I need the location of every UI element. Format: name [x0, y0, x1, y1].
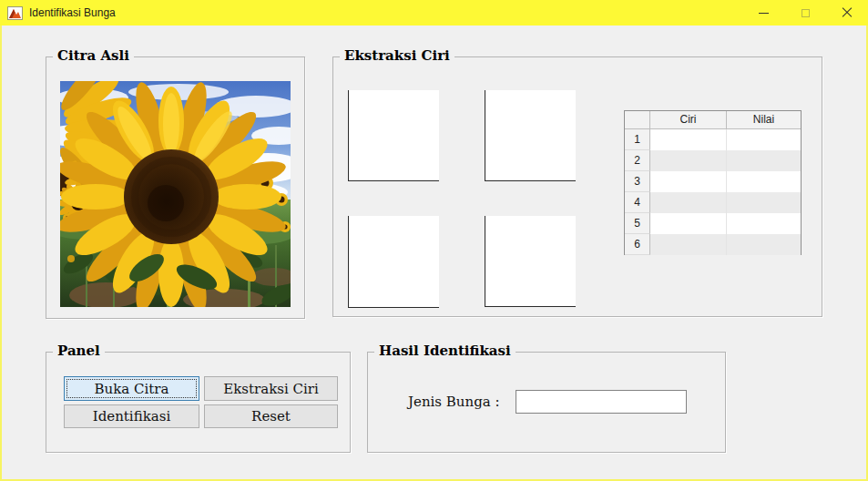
- figure-background: Citra Asli: [2, 26, 866, 479]
- matlab-logo-icon: [7, 6, 23, 20]
- close-button[interactable]: [826, 0, 868, 26]
- table-header-row: Ciri Nilai: [625, 111, 801, 129]
- buka-citra-button[interactable]: Buka Citra: [64, 376, 199, 401]
- table-row: 1: [625, 129, 801, 150]
- feature-axes-1: [348, 90, 439, 181]
- table-row: 2: [625, 150, 801, 171]
- table-row: 3: [625, 171, 801, 192]
- jenis-bunga-field[interactable]: [516, 390, 687, 414]
- row-number: 6: [625, 234, 650, 255]
- cell-nilai: [727, 150, 801, 171]
- cell-ciri: [650, 150, 727, 171]
- ekstraksi-ciri-button[interactable]: Ekstraksi Ciri: [204, 376, 338, 401]
- minimize-button[interactable]: [742, 0, 784, 26]
- close-icon: [842, 7, 853, 18]
- minimize-icon: [759, 13, 769, 14]
- table-header-ciri: Ciri: [650, 111, 727, 128]
- panel-buttons: Panel Buka Citra Ekstraksi Ciri Identifi…: [46, 352, 351, 453]
- table-header-nilai: Nilai: [727, 111, 801, 128]
- row-number: 1: [625, 129, 650, 150]
- table-row: 5: [625, 213, 801, 234]
- cell-nilai: [727, 234, 801, 255]
- sunflower-photo: [60, 81, 291, 307]
- feature-axes-4: [485, 216, 576, 307]
- cell-ciri: [650, 234, 727, 255]
- row-number: 4: [625, 192, 650, 213]
- panel-hasil-title: Hasil Identifikasi: [374, 343, 516, 359]
- table-row: 4: [625, 192, 801, 213]
- reset-button[interactable]: Reset: [204, 404, 338, 428]
- table-row: 6: [625, 234, 801, 255]
- cell-ciri: [650, 213, 727, 234]
- app-window: Identifikasi Bunga Citra Asli: [0, 0, 868, 481]
- feature-axes-2: [485, 90, 576, 181]
- titlebar[interactable]: Identifikasi Bunga: [0, 0, 868, 26]
- maximize-button: [784, 0, 826, 26]
- cell-nilai: [727, 129, 801, 150]
- maximize-icon: [802, 9, 810, 17]
- window-title: Identifikasi Bunga: [29, 6, 116, 19]
- table-corner-cell: [625, 111, 650, 128]
- panel-ekstraksi-ciri-title: Ekstraksi Ciri: [340, 47, 454, 64]
- cell-nilai: [727, 192, 801, 213]
- row-number: 5: [625, 213, 650, 234]
- cell-nilai: [727, 171, 801, 192]
- panel-citra-asli-title: Citra Asli: [53, 47, 134, 64]
- panel-buttons-title: Panel: [53, 343, 105, 359]
- panel-ekstraksi-ciri: Ekstraksi Ciri Ciri Nilai 1 2: [332, 56, 822, 317]
- feature-table[interactable]: Ciri Nilai 1 2 3: [624, 110, 802, 255]
- cell-ciri: [650, 192, 727, 213]
- panel-hasil-identifikasi: Hasil Identifikasi Jenis Bunga :: [367, 352, 726, 453]
- jenis-bunga-label: Jenis Bunga :: [408, 390, 500, 414]
- identifikasi-button[interactable]: Identifikasi: [64, 404, 199, 428]
- cell-ciri: [650, 129, 727, 150]
- cell-ciri: [650, 171, 727, 192]
- cell-nilai: [727, 213, 801, 234]
- panel-citra-asli: Citra Asli: [46, 56, 305, 319]
- row-number: 2: [625, 150, 650, 171]
- feature-axes-3: [348, 216, 439, 308]
- row-number: 3: [625, 171, 650, 192]
